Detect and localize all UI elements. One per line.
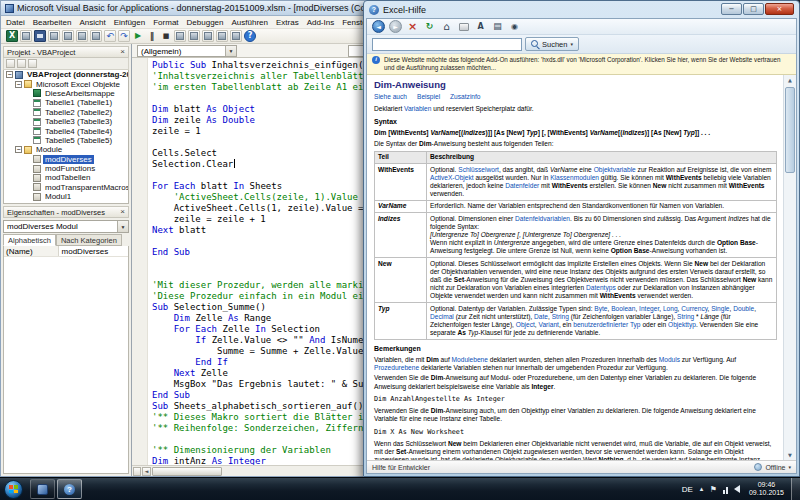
font-size-icon[interactable]: [474, 20, 487, 33]
property-value[interactable]: modDiverses: [59, 247, 109, 256]
help-titlebar[interactable]: ? Excel-Hilfe − □ ×: [366, 1, 797, 18]
tree-item[interactable]: −Microsoft Excel Objekte: [4, 79, 128, 88]
menu-debuggen[interactable]: Debuggen: [183, 16, 228, 28]
help-link[interactable]: Objektvariable: [594, 166, 636, 173]
menu-datei[interactable]: Datei: [2, 16, 29, 28]
help-link[interactable]: Schlüsselwort: [458, 166, 499, 173]
menu-einf-gen[interactable]: Einfügen: [110, 16, 150, 28]
help-link[interactable]: Integer: [639, 305, 659, 312]
toc-icon[interactable]: [491, 20, 504, 33]
collapse-icon[interactable]: −: [15, 146, 22, 153]
tree-item[interactable]: modFunctions: [4, 164, 128, 173]
tree-item[interactable]: Tabelle1 (Tabelle1): [4, 98, 128, 107]
print-icon[interactable]: [457, 20, 470, 33]
break-icon[interactable]: [146, 30, 158, 42]
tree-item[interactable]: −VBAProject (donnerstag-20151009.x: [4, 70, 128, 79]
help-link[interactable]: Byte: [594, 305, 607, 312]
help-icon[interactable]: [244, 30, 256, 42]
paste-icon[interactable]: [76, 30, 88, 42]
tree-item[interactable]: DieseArbeitsmappe: [4, 89, 128, 98]
scrollbar-thumb[interactable]: [785, 87, 795, 173]
cut-icon[interactable]: [48, 30, 60, 42]
project-explorer-icon[interactable]: [188, 30, 200, 42]
close-button[interactable]: ×: [765, 3, 794, 15]
scroll-left-icon[interactable]: ◄: [142, 467, 151, 476]
properties-window-icon[interactable]: [202, 30, 214, 42]
scrollbar-thumb[interactable]: [152, 467, 222, 476]
help-link[interactable]: Long: [663, 305, 678, 312]
minimize-button[interactable]: −: [721, 3, 742, 15]
forward-icon[interactable]: [389, 20, 402, 33]
design-mode-icon[interactable]: [174, 30, 186, 42]
help-link[interactable]: Moduls: [659, 356, 680, 363]
help-link[interactable]: Object: [516, 321, 535, 328]
help-link[interactable]: Variant: [539, 321, 559, 328]
help-link[interactable]: Datenfelder: [505, 182, 539, 189]
close-icon[interactable]: ×: [120, 208, 125, 216]
network-icon[interactable]: [721, 484, 730, 494]
help-link[interactable]: Date: [534, 313, 548, 320]
collapse-icon[interactable]: −: [15, 81, 22, 88]
tree-item[interactable]: −Module: [4, 145, 128, 154]
maximize-button[interactable]: □: [743, 3, 764, 15]
save-icon[interactable]: [34, 30, 46, 42]
menu-format[interactable]: Format: [149, 16, 182, 28]
tree-item[interactable]: Tabelle2 (Tabelle2): [4, 108, 128, 117]
chevron-down-icon[interactable]: ▼: [225, 46, 236, 56]
help-link[interactable]: Objekttyp: [668, 321, 696, 328]
help-link[interactable]: Datentyps: [586, 284, 616, 291]
help-link[interactable]: Variablen: [404, 105, 431, 112]
action-center-icon[interactable]: [709, 484, 718, 494]
clock[interactable]: 09:46 09.10.2015: [749, 481, 784, 497]
collapse-icon[interactable]: −: [6, 71, 13, 78]
tree-item[interactable]: modTransparentMacros: [4, 183, 128, 192]
help-link[interactable]: Decimal: [430, 313, 454, 320]
help-link[interactable]: Datenfeldvariablen: [515, 215, 570, 222]
menu-ausf-hren[interactable]: Ausführen: [227, 16, 271, 28]
show-desktop-button[interactable]: [791, 478, 800, 500]
help-link[interactable]: benutzerdefinierter Typ: [573, 321, 640, 328]
back-icon[interactable]: [372, 20, 385, 33]
view-object-icon[interactable]: [17, 59, 26, 68]
chevron-down-icon[interactable]: ▼: [117, 221, 128, 232]
tree-item[interactable]: Modul1: [4, 192, 128, 201]
scroll-down-icon[interactable]: ▼: [784, 449, 796, 460]
view-code-icon[interactable]: [6, 59, 15, 68]
help-link[interactable]: ActiveX-Objekt: [430, 174, 474, 181]
property-row[interactable]: (Name)modDiverses: [4, 246, 128, 257]
menu-add-ins[interactable]: Add-Ins: [303, 16, 339, 28]
search-button[interactable]: Suchen ▾: [525, 37, 579, 51]
object-browser-icon[interactable]: [216, 30, 228, 42]
tree-item[interactable]: Tabelle5 (Tabelle5): [4, 136, 128, 145]
hidden-icons-icon[interactable]: [697, 484, 706, 494]
tab-alphabetisch[interactable]: Alphabetisch: [3, 234, 56, 246]
help-link[interactable]: Currency: [681, 305, 707, 312]
tree-item[interactable]: modDiverses: [4, 155, 128, 164]
connection-status[interactable]: Offline ▾: [754, 463, 791, 471]
help-link[interactable]: Modulebene: [452, 356, 488, 363]
insert-object-icon[interactable]: [20, 30, 32, 42]
task-button-vba-app[interactable]: [30, 479, 55, 499]
toolbox-icon[interactable]: [230, 30, 242, 42]
help-link[interactable]: String: [677, 313, 694, 320]
undo-icon[interactable]: [104, 30, 116, 42]
help-search-input[interactable]: [372, 38, 522, 51]
tab-nach-kategorien[interactable]: Nach Kategorien: [56, 234, 122, 246]
help-link[interactable]: String: [552, 313, 569, 320]
scroll-up-icon[interactable]: ▲: [784, 75, 796, 86]
help-link[interactable]: Double: [733, 305, 754, 312]
volume-icon[interactable]: [733, 484, 742, 494]
help-vertical-scrollbar[interactable]: ▲ ▼: [783, 75, 796, 460]
help-link[interactable]: Prozedurebene: [374, 364, 419, 371]
addon-warning-bar[interactable]: i Diese Website möchte das folgende Add-…: [367, 54, 796, 75]
object-dropdown[interactable]: modDiverses Modul ▼: [3, 220, 129, 233]
toggle-folders-icon[interactable]: [28, 59, 37, 68]
tree-item[interactable]: Tabelle3 (Tabelle3): [4, 117, 128, 126]
language-indicator[interactable]: DE: [682, 485, 693, 494]
close-icon[interactable]: ×: [120, 48, 125, 56]
object-selector-dropdown[interactable]: (Allgemein) ▼: [137, 45, 237, 57]
find-icon[interactable]: [90, 30, 102, 42]
menu-bearbeiten[interactable]: Bearbeiten: [29, 16, 76, 28]
copy-icon[interactable]: [62, 30, 74, 42]
help-link[interactable]: Beispiel: [417, 93, 440, 101]
